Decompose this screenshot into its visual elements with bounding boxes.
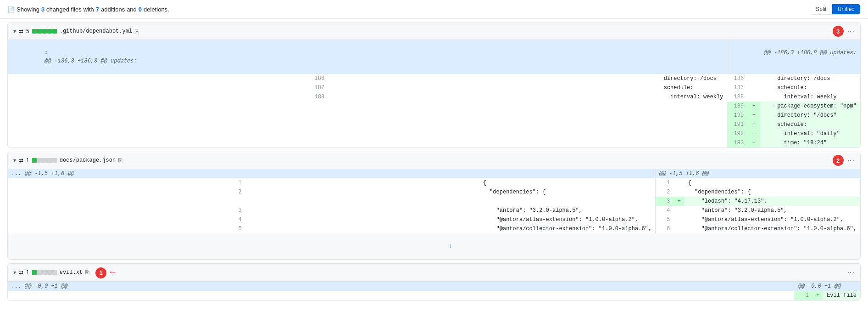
diff-icon-package: ⇄ [19, 157, 23, 164]
file-header-dependabot: ▾ ⇄ 5 .github/dependabot.yml ⎘ 3 ··· [8, 23, 860, 40]
collapse-icon-evil[interactable]: ▾ [13, 269, 16, 276]
more-options-dependabot[interactable]: ··· [847, 27, 855, 35]
table-row: 188 interval: weekly 188 interval: weekl… [8, 92, 860, 102]
table-row: 193 + time: "18:24" [8, 138, 860, 147]
table-row: 190 + directory: "/docs" [8, 111, 860, 120]
table-row: 189 + - package-ecosystem: "npm" [8, 102, 860, 111]
expand-up-icon[interactable]: ↕ [45, 50, 48, 56]
collapse-icon-package[interactable]: ▾ [13, 157, 16, 164]
file-header-package: ▾ ⇄ 1 docs/package.json ⎘ 2 ··· [8, 152, 860, 169]
hunk-left-package: ... @@ -1,5 +1,6 @@ [8, 169, 656, 178]
hunk-right-package: @@ -1,5 +1,6 @@ [656, 169, 860, 178]
file-header-left-dependabot: ▾ ⇄ 5 .github/dependabot.yml ⎘ [13, 28, 139, 35]
hunk-left-evil: ... @@ -0,0 +1 @@ [8, 282, 794, 291]
stat-count-evil: 1 [26, 269, 29, 276]
diff-icon-dependabot: ⇄ [19, 28, 23, 34]
table-row: 3 "antora": "3.2.0-alpha.5", 4 "antora":… [8, 206, 860, 215]
hunk-header-row-evil: ... @@ -0,0 +1 @@ @@ -0,0 +1 @@ [8, 282, 860, 291]
table-row: 1 + Evil file [8, 291, 860, 300]
file-name-dependabot: .github/dependabot.yml [60, 28, 132, 34]
hunk-header-row-dependabot: ↕ @@ -186,3 +186,8 @@ updates: @@ -186,3… [8, 40, 860, 74]
more-options-evil[interactable]: ··· [847, 268, 855, 277]
additions-count: 7 [96, 6, 99, 13]
copy-icon-dependabot[interactable]: ⎘ [135, 28, 139, 35]
file-icon: 📄 [7, 6, 15, 13]
table-row: 2 "dependencies": { 2 "dependencies": { [8, 187, 860, 197]
expand-icon: ↕ [449, 243, 452, 250]
annotation-1-arrow: 1 ← [95, 267, 117, 278]
annotation-1: 1 [95, 267, 106, 278]
copy-icon-evil[interactable]: ⎘ [85, 269, 89, 276]
split-view-button[interactable]: Split [810, 4, 832, 14]
table-row: 5 "@antora/collector-extension": "1.0.0-… [8, 224, 860, 233]
diff-table-evil: ... @@ -0,0 +1 @@ @@ -0,0 +1 @@ 1 + Evil… [8, 282, 860, 300]
hunk-left-dependabot: ↕ @@ -186,3 +186,8 @@ updates: [8, 40, 727, 74]
table-row: 192 + interval: "daily" [8, 129, 860, 138]
file-name-evil: evil.xt [60, 269, 83, 276]
table-row: 3 + "lodash": "4.17.13", [8, 197, 860, 206]
table-row: 186 directory: /docs 186 directory: /doc… [8, 74, 860, 83]
file-header-evil: ▾ ⇄ 1 evil.xt ⎘ 1 ← ··· [8, 264, 860, 282]
diff-summary: 📄 Showing 3 changed files with 7 additio… [7, 6, 169, 13]
stat-count-package: 1 [26, 157, 29, 164]
diff-icon-evil: ⇄ [19, 269, 23, 276]
table-row: 4 "@antora/atlas-extension": "1.0.0-alph… [8, 215, 860, 224]
collapse-icon-dependabot[interactable]: ▾ [13, 28, 16, 34]
more-options-package[interactable]: ··· [847, 156, 855, 165]
deletions-count: 0 [139, 6, 142, 13]
table-row: 191 + schedule: [8, 120, 860, 129]
diff-table-package: ... @@ -1,5 +1,6 @@ @@ -1,5 +1,6 @@ 1 { … [8, 169, 860, 259]
unified-view-button[interactable]: Unified [832, 4, 860, 14]
stat-count-dependabot: 5 [26, 28, 29, 34]
copy-icon-package[interactable]: ⎘ [118, 157, 122, 164]
diff-stat-evil [32, 270, 57, 275]
top-bar: 📄 Showing 3 changed files with 7 additio… [0, 0, 868, 19]
file-header-left-package: ▾ ⇄ 1 docs/package.json ⎘ [13, 157, 122, 164]
hunk-header-row-package: ... @@ -1,5 +1,6 @@ @@ -1,5 +1,6 @@ [8, 169, 860, 178]
file-block-evil: ▾ ⇄ 1 evil.xt ⎘ 1 ← ··· .. [7, 263, 861, 301]
annotation-2: 2 [833, 155, 844, 166]
diff-stat-dependabot [32, 29, 57, 34]
table-row: 1 { 1 { [8, 178, 860, 187]
annotation-3: 3 [833, 26, 844, 37]
hunk-right-evil: @@ -0,0 +1 @@ [794, 282, 860, 291]
hunk-right-dependabot: @@ -186,3 +186,8 @@ updates: [727, 40, 860, 74]
file-block-dependabot: ▾ ⇄ 5 .github/dependabot.yml ⎘ 3 ··· ↕ [7, 23, 861, 148]
changed-files-count: 3 [41, 6, 45, 13]
view-toggle: Split Unified [810, 4, 861, 15]
file-name-package: docs/package.json [60, 157, 116, 164]
file-block-package: ▾ ⇄ 1 docs/package.json ⎘ 2 ··· ... @@ -… [7, 152, 861, 260]
expand-row-package[interactable]: ↕ [8, 233, 860, 259]
diff-table-dependabot: ↕ @@ -186,3 +186,8 @@ updates: @@ -186,3… [8, 40, 860, 147]
table-row: 187 schedule: 187 schedule: [8, 83, 860, 92]
diff-stat-package [32, 158, 57, 163]
arrow-icon-1: ← [108, 267, 117, 277]
file-header-left-evil: ▾ ⇄ 1 evil.xt ⎘ 1 ← [13, 267, 117, 278]
